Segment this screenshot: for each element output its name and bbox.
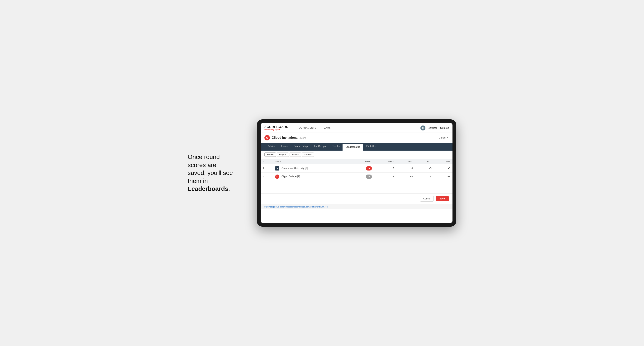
col-rd3: RD3 [434,159,452,164]
tablet-screen: SCOREBOARD Powered by clippd TOURNAMENTS… [260,123,452,223]
nav-teams[interactable]: TEAMS [319,123,334,133]
tournament-title: Clippd Invitational [272,136,298,140]
desc-line5-bold: Leaderboards [188,185,228,192]
leaderboard-table-container: # TEAM TOTAL THRU RD1 RD2 RD3 1 [260,159,452,193]
url-bar: https://stage-blue-coach.stagescoreboard… [260,204,452,209]
table-row: 1 S Scoreboard University [A] -5 F -4 +5 [260,164,452,173]
logo-area: SCOREBOARD Powered by clippd [264,125,288,131]
col-rd2: RD2 [415,159,434,164]
row1-team-name: Scoreboard University [A] [282,167,308,170]
table-header-row: # TEAM TOTAL THRU RD1 RD2 RD3 [260,159,452,164]
score-badge-row1: -5 [366,166,372,171]
col-total: TOTAL [350,159,374,164]
sign-out-link[interactable]: Sign out [440,127,449,129]
toggle-scores[interactable]: Scores [290,153,301,157]
row2-team: C Clippd College [A] [273,173,350,181]
tournament-cancel-button[interactable]: Cancel ✕ [439,136,449,139]
row1-thru: F [374,164,396,173]
user-name: Test User | [427,127,438,129]
desc-line3: saved, you'll see [188,169,233,176]
tab-course-setup[interactable]: Course Setup [290,143,311,151]
row2-thru: F [374,173,396,181]
row1-rd2: +5 [415,164,434,173]
row1-rank: 1 [260,164,273,173]
row1-team: S Scoreboard University [A] [273,164,350,173]
tournament-header: C Clippd Invitational (Men) Cancel ✕ [260,133,452,143]
tab-results[interactable]: Results [329,143,342,151]
toggle-players[interactable]: Players [277,153,289,157]
col-team: TEAM [273,159,350,164]
team-logo-clippd: C [275,174,280,179]
navbar-right: S Test User | Sign out [420,126,449,131]
team-logo-scoreboard: S [275,166,280,171]
navbar: SCOREBOARD Powered by clippd TOURNAMENTS… [260,123,452,133]
user-avatar: S [420,126,426,131]
leaderboard-table: # TEAM TOTAL THRU RD1 RD2 RD3 1 [260,159,452,181]
row1-rd3: -6 [434,164,452,173]
logo-powered: Powered by clippd [264,129,288,131]
footer: Cancel Save [260,193,452,204]
desc-line2: scores are [188,162,216,169]
tablet-device: SCOREBOARD Powered by clippd TOURNAMENTS… [257,119,456,227]
url-text: https://stage-blue-coach.stagescoreboard… [264,206,328,208]
left-description: Once round scores are saved, you'll see … [188,153,245,193]
toggle-strokes[interactable]: Strokes [302,153,314,157]
row2-rank: 2 [260,173,273,181]
row1-total: -5 [350,164,374,173]
desc-line4: them in [188,177,208,184]
tab-leaderboards[interactable]: Leaderboards [342,144,363,151]
save-button[interactable]: Save [436,196,449,201]
row2-rd3: +3 [434,173,452,181]
cancel-button[interactable]: Cancel [420,196,434,201]
table-row: 2 C Clippd College [A] +3 F +8 -8 +3 [260,173,452,181]
nav-tournaments[interactable]: TOURNAMENTS [294,123,319,133]
toggle-teams[interactable]: Teams [264,153,276,157]
tab-tee-groups[interactable]: Tee Groups [311,143,329,151]
tab-details[interactable]: Details [264,143,278,151]
row2-total: +3 [350,173,374,181]
col-rd1: RD1 [396,159,415,164]
logo-scoreboard: SCOREBOARD [264,125,288,129]
row2-rd1: +8 [396,173,415,181]
row2-team-name: Clippd College [A] [282,175,300,178]
nav-links: TOURNAMENTS TEAMS [294,123,334,133]
tournament-icon: C [264,135,270,141]
col-thru: THRU [374,159,396,164]
tab-printables[interactable]: Printables [363,143,380,151]
page-wrapper: Once round scores are saved, you'll see … [188,119,456,227]
tournament-subtitle: (Men) [300,136,306,139]
close-icon: ✕ [447,136,449,139]
desc-line1: Once round [188,154,220,160]
row2-rd2: -8 [415,173,434,181]
row1-rd1: -4 [396,164,415,173]
score-badge-row2: +3 [366,174,372,179]
toggle-bar: Teams Players Scores Strokes [260,151,452,159]
sub-tabs-bar: Details Teams Course Setup Tee Groups Re… [260,143,452,151]
tab-teams[interactable]: Teams [278,143,290,151]
col-rank: # [260,159,273,164]
